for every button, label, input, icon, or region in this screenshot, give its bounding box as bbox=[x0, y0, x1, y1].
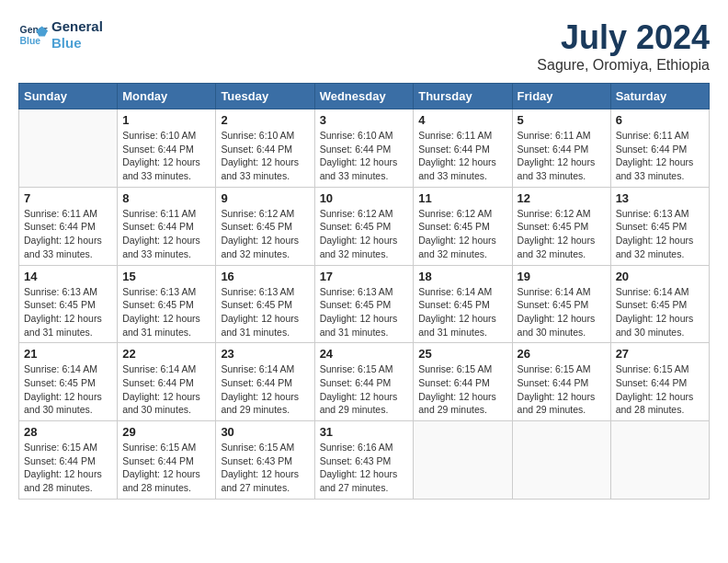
day-number: 4 bbox=[418, 113, 506, 127]
calendar-day-cell: 3 Sunrise: 6:10 AM Sunset: 6:44 PM Dayli… bbox=[314, 109, 414, 188]
day-info: Sunrise: 6:11 AM Sunset: 6:44 PM Dayligh… bbox=[418, 129, 506, 183]
day-number: 19 bbox=[518, 270, 606, 283]
day-info: Sunrise: 6:14 AM Sunset: 6:45 PM Dayligh… bbox=[616, 285, 704, 339]
day-info: Sunrise: 6:10 AM Sunset: 6:44 PM Dayligh… bbox=[221, 129, 309, 183]
day-info: Sunrise: 6:14 AM Sunset: 6:44 PM Dayligh… bbox=[221, 362, 309, 417]
calendar-day-cell bbox=[610, 421, 709, 500]
day-info: Sunrise: 6:13 AM Sunset: 6:45 PM Dayligh… bbox=[122, 285, 210, 339]
day-info: Sunrise: 6:11 AM Sunset: 6:44 PM Dayligh… bbox=[24, 207, 112, 261]
calendar-day-cell: 26 Sunrise: 6:15 AM Sunset: 6:44 PM Dayl… bbox=[512, 343, 610, 421]
calendar-day-cell: 15 Sunrise: 6:13 AM Sunset: 6:45 PM Dayl… bbox=[118, 265, 216, 343]
day-info: Sunrise: 6:11 AM Sunset: 6:44 PM Dayligh… bbox=[616, 129, 704, 183]
day-info: Sunrise: 6:14 AM Sunset: 6:45 PM Dayligh… bbox=[518, 285, 606, 339]
calendar-table: SundayMondayTuesdayWednesdayThursdayFrid… bbox=[18, 83, 710, 500]
day-number: 24 bbox=[320, 347, 409, 361]
day-info: Sunrise: 6:13 AM Sunset: 6:45 PM Dayligh… bbox=[616, 207, 704, 261]
calendar-day-cell: 17 Sunrise: 6:13 AM Sunset: 6:45 PM Dayl… bbox=[314, 265, 414, 343]
day-number: 1 bbox=[122, 113, 210, 127]
day-number: 22 bbox=[122, 347, 210, 361]
calendar-day-header: Thursday bbox=[414, 84, 512, 109]
day-info: Sunrise: 6:15 AM Sunset: 6:44 PM Dayligh… bbox=[24, 441, 112, 495]
day-info: Sunrise: 6:16 AM Sunset: 6:43 PM Dayligh… bbox=[320, 441, 409, 495]
calendar-day-cell: 27 Sunrise: 6:15 AM Sunset: 6:44 PM Dayl… bbox=[610, 343, 709, 421]
calendar-day-cell: 16 Sunrise: 6:13 AM Sunset: 6:45 PM Dayl… bbox=[216, 265, 314, 343]
day-info: Sunrise: 6:11 AM Sunset: 6:44 PM Dayligh… bbox=[122, 207, 210, 261]
calendar-day-cell: 19 Sunrise: 6:14 AM Sunset: 6:45 PM Dayl… bbox=[512, 265, 610, 343]
calendar-header-row: SundayMondayTuesdayWednesdayThursdayFrid… bbox=[19, 84, 710, 109]
calendar-day-cell: 9 Sunrise: 6:12 AM Sunset: 6:45 PM Dayli… bbox=[216, 187, 314, 265]
page-header: General Blue General Blue July 2024 Sagu… bbox=[18, 18, 710, 74]
calendar-day-cell: 25 Sunrise: 6:15 AM Sunset: 6:44 PM Dayl… bbox=[414, 343, 512, 421]
day-number: 28 bbox=[24, 425, 112, 439]
calendar-day-cell: 1 Sunrise: 6:10 AM Sunset: 6:44 PM Dayli… bbox=[118, 109, 216, 188]
day-number: 26 bbox=[518, 347, 606, 361]
day-info: Sunrise: 6:14 AM Sunset: 6:45 PM Dayligh… bbox=[418, 285, 506, 339]
calendar-day-cell: 29 Sunrise: 6:15 AM Sunset: 6:44 PM Dayl… bbox=[118, 421, 216, 500]
logo-icon: General Blue bbox=[18, 20, 48, 50]
day-info: Sunrise: 6:12 AM Sunset: 6:45 PM Dayligh… bbox=[518, 207, 606, 261]
calendar-day-cell: 14 Sunrise: 6:13 AM Sunset: 6:45 PM Dayl… bbox=[19, 265, 118, 343]
day-info: Sunrise: 6:13 AM Sunset: 6:45 PM Dayligh… bbox=[221, 285, 309, 339]
calendar-day-cell: 12 Sunrise: 6:12 AM Sunset: 6:45 PM Dayl… bbox=[512, 187, 610, 265]
day-number: 13 bbox=[616, 191, 704, 205]
day-number: 14 bbox=[24, 270, 112, 283]
day-info: Sunrise: 6:15 AM Sunset: 6:44 PM Dayligh… bbox=[518, 362, 606, 417]
calendar-day-cell: 11 Sunrise: 6:12 AM Sunset: 6:45 PM Dayl… bbox=[414, 187, 512, 265]
calendar-day-cell: 23 Sunrise: 6:14 AM Sunset: 6:44 PM Dayl… bbox=[216, 343, 314, 421]
day-info: Sunrise: 6:15 AM Sunset: 6:44 PM Dayligh… bbox=[122, 441, 210, 495]
calendar-day-cell bbox=[19, 109, 118, 188]
logo-line2: Blue bbox=[51, 35, 103, 52]
day-number: 30 bbox=[221, 425, 309, 439]
calendar-day-header: Wednesday bbox=[314, 84, 414, 109]
day-number: 7 bbox=[24, 191, 112, 205]
day-info: Sunrise: 6:14 AM Sunset: 6:44 PM Dayligh… bbox=[122, 362, 210, 417]
location: Sagure, Oromiya, Ethiopia bbox=[537, 57, 710, 74]
day-number: 17 bbox=[320, 270, 409, 283]
day-info: Sunrise: 6:15 AM Sunset: 6:44 PM Dayligh… bbox=[616, 362, 704, 417]
calendar-day-cell bbox=[414, 421, 512, 500]
calendar-day-cell: 22 Sunrise: 6:14 AM Sunset: 6:44 PM Dayl… bbox=[118, 343, 216, 421]
logo-line1: General bbox=[51, 18, 103, 35]
day-number: 16 bbox=[221, 270, 309, 283]
day-info: Sunrise: 6:10 AM Sunset: 6:44 PM Dayligh… bbox=[122, 129, 210, 183]
calendar-day-cell: 18 Sunrise: 6:14 AM Sunset: 6:45 PM Dayl… bbox=[414, 265, 512, 343]
day-number: 20 bbox=[616, 270, 704, 283]
month-title: July 2024 bbox=[537, 18, 710, 57]
calendar-day-cell: 28 Sunrise: 6:15 AM Sunset: 6:44 PM Dayl… bbox=[19, 421, 118, 500]
calendar-day-cell: 7 Sunrise: 6:11 AM Sunset: 6:44 PM Dayli… bbox=[19, 187, 118, 265]
calendar-week-row: 1 Sunrise: 6:10 AM Sunset: 6:44 PM Dayli… bbox=[19, 109, 710, 188]
calendar-day-cell: 21 Sunrise: 6:14 AM Sunset: 6:45 PM Dayl… bbox=[19, 343, 118, 421]
calendar-day-cell: 20 Sunrise: 6:14 AM Sunset: 6:45 PM Dayl… bbox=[610, 265, 709, 343]
day-number: 9 bbox=[221, 191, 309, 205]
calendar-day-cell: 2 Sunrise: 6:10 AM Sunset: 6:44 PM Dayli… bbox=[216, 109, 314, 188]
day-number: 21 bbox=[24, 347, 112, 361]
day-number: 2 bbox=[221, 113, 309, 127]
calendar-day-header: Sunday bbox=[19, 84, 118, 109]
day-number: 31 bbox=[320, 425, 409, 439]
calendar-day-cell: 4 Sunrise: 6:11 AM Sunset: 6:44 PM Dayli… bbox=[414, 109, 512, 188]
day-info: Sunrise: 6:13 AM Sunset: 6:45 PM Dayligh… bbox=[320, 285, 409, 339]
calendar-week-row: 28 Sunrise: 6:15 AM Sunset: 6:44 PM Dayl… bbox=[19, 421, 710, 500]
day-number: 11 bbox=[418, 191, 506, 205]
calendar-day-cell: 13 Sunrise: 6:13 AM Sunset: 6:45 PM Dayl… bbox=[610, 187, 709, 265]
logo: General Blue General Blue bbox=[18, 18, 103, 52]
calendar-day-cell: 24 Sunrise: 6:15 AM Sunset: 6:44 PM Dayl… bbox=[314, 343, 414, 421]
calendar-day-cell: 30 Sunrise: 6:15 AM Sunset: 6:43 PM Dayl… bbox=[216, 421, 314, 500]
calendar-day-header: Monday bbox=[118, 84, 216, 109]
calendar-day-header: Saturday bbox=[610, 84, 709, 109]
day-number: 5 bbox=[518, 113, 606, 127]
calendar-week-row: 21 Sunrise: 6:14 AM Sunset: 6:45 PM Dayl… bbox=[19, 343, 710, 421]
day-number: 23 bbox=[221, 347, 309, 361]
day-info: Sunrise: 6:10 AM Sunset: 6:44 PM Dayligh… bbox=[320, 129, 409, 183]
day-info: Sunrise: 6:12 AM Sunset: 6:45 PM Dayligh… bbox=[418, 207, 506, 261]
calendar-week-row: 14 Sunrise: 6:13 AM Sunset: 6:45 PM Dayl… bbox=[19, 265, 710, 343]
day-number: 10 bbox=[320, 191, 409, 205]
calendar-day-cell: 8 Sunrise: 6:11 AM Sunset: 6:44 PM Dayli… bbox=[118, 187, 216, 265]
day-number: 29 bbox=[122, 425, 210, 439]
day-info: Sunrise: 6:11 AM Sunset: 6:44 PM Dayligh… bbox=[518, 129, 606, 183]
day-info: Sunrise: 6:13 AM Sunset: 6:45 PM Dayligh… bbox=[24, 285, 112, 339]
day-number: 8 bbox=[122, 191, 210, 205]
day-number: 12 bbox=[518, 191, 606, 205]
calendar-day-header: Friday bbox=[512, 84, 610, 109]
calendar-day-cell: 10 Sunrise: 6:12 AM Sunset: 6:45 PM Dayl… bbox=[314, 187, 414, 265]
